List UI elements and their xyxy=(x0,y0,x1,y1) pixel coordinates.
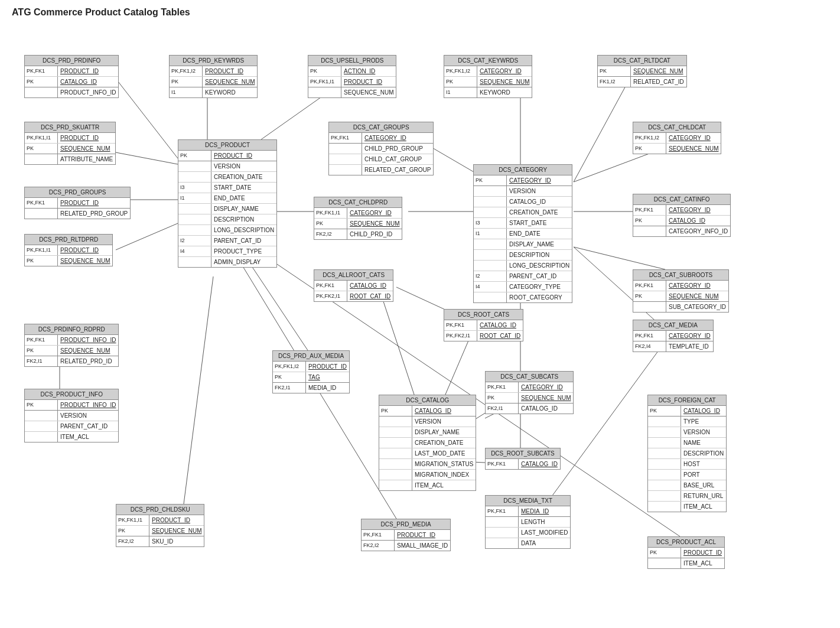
key-col: PK xyxy=(314,219,347,229)
key-col: PK,FK1,I2 xyxy=(273,362,306,372)
field-col: CATEGORY_ID xyxy=(666,205,730,215)
table-row: CREATION_DATE xyxy=(379,438,476,448)
field-col: RETURN_URL xyxy=(681,491,726,501)
table-row: SEQUENCE_NUM xyxy=(308,87,396,97)
key-col xyxy=(379,448,412,458)
field-col: VERSION xyxy=(681,427,726,437)
svg-line-16 xyxy=(574,247,665,269)
field-col: CATALOG_ID xyxy=(519,459,560,469)
table-row: I1END_DATE xyxy=(178,193,276,204)
table-dcs_prd_prdinfo: DCS_PRD_PRDINFOPK,FK1PRODUCT_IDPKCATALOG… xyxy=(24,55,119,98)
table-row: PKPRODUCT_ID xyxy=(178,151,276,161)
key-col xyxy=(178,172,211,182)
field-col: CREATION_DATE xyxy=(507,207,572,217)
field-col: SEQUENCE_NUM xyxy=(341,87,396,97)
page-title: ATG Commerce Product Catalog Tables xyxy=(0,0,840,22)
table-row: PK,FK1,I2CATEGORY_ID xyxy=(444,66,532,77)
table-dcs_root_cats: DCS_ROOT_CATSPK,FK1CATALOG_IDPK,FK2,I1RO… xyxy=(444,309,523,341)
table-title-dcs_upsell_prods: DCS_UPSELL_PRODS xyxy=(308,56,396,66)
field-col: LAST_MOD_DATE xyxy=(412,448,476,458)
table-row: CREATION_DATE xyxy=(178,172,276,183)
table-row: PK,FK1,I1PRODUCT_ID xyxy=(25,133,115,144)
table-row: FK2,I1RELATED_PRD_ID xyxy=(25,356,118,366)
key-col: PK xyxy=(379,406,412,416)
table-row: RELATED_CAT_GROUP xyxy=(329,165,433,175)
table-title-dcs_cat_catinfo: DCS_CAT_CATINFO xyxy=(633,194,730,205)
table-dcs_cat_keywrds: DCS_CAT_KEYWRDSPK,FK1,I2CATEGORY_IDPKSEQ… xyxy=(444,55,532,98)
key-col xyxy=(648,502,681,512)
key-col: PK xyxy=(633,216,666,226)
field-col: ADMIN_DISPLAY xyxy=(211,257,276,267)
field-col: SEQUENCE_NUM xyxy=(666,144,721,154)
field-col: PRODUCT_INFO_ID xyxy=(58,87,118,97)
svg-line-13 xyxy=(379,287,420,412)
field-col: SEQUENCE_NUM xyxy=(58,256,112,266)
table-row: FK2,I2SMALL_IMAGE_ID xyxy=(362,541,450,551)
table-row: PK,FK1,I1CATEGORY_ID xyxy=(314,208,402,219)
field-col: CATEGORY_TYPE xyxy=(507,282,572,292)
field-col: PRODUCT_ID xyxy=(58,66,118,76)
table-title-dcs_prd_chldsku: DCS_PRD_CHLDSKU xyxy=(116,505,204,515)
field-col: VERSION xyxy=(507,186,572,196)
table-title-dcs_prd_skuattr: DCS_PRD_SKUATTR xyxy=(25,122,115,133)
table-row: PK,FK1PRODUCT_ID xyxy=(25,198,130,209)
field-col: SEQUENCE_NUM xyxy=(58,144,115,154)
table-row: I1END_DATE xyxy=(474,229,572,239)
key-col xyxy=(379,438,412,448)
table-row: PKSEQUENCE_NUM xyxy=(633,144,721,154)
field-col: MEDIA_ID xyxy=(306,383,349,393)
table-dcs_prdinfo_rdprd: DCS_PRDINFO_RDPRDPK,FK1PRODUCT_INFO_IDPK… xyxy=(24,324,119,367)
table-row: PKACTION_ID xyxy=(308,66,396,77)
field-col: RELATED_PRD_ID xyxy=(58,356,118,366)
table-dcs_cat_chldprd: DCS_CAT_CHLDPRDPK,FK1,I1CATEGORY_IDPKSEQ… xyxy=(314,197,402,240)
table-row: PK,FK1CATALOG_ID xyxy=(314,281,393,291)
key-col: PK xyxy=(486,393,519,403)
key-col: PK,FK2,I1 xyxy=(444,331,477,341)
table-title-dcs_cat_rltdcat: DCS_CAT_RLTDCAT xyxy=(598,56,686,66)
table-row: CATEGORY_INFO_ID xyxy=(633,226,730,236)
table-row: ROOT_CATEGORY xyxy=(474,292,572,302)
key-col xyxy=(648,558,681,568)
table-row: PK,FK1CATALOG_ID xyxy=(444,320,523,331)
field-col: DISPLAY_NAME xyxy=(507,239,572,249)
table-row: PKCATALOG_ID xyxy=(25,77,118,87)
key-col xyxy=(633,226,666,236)
field-col: CATALOG_ID xyxy=(507,197,572,207)
key-col: I1 xyxy=(178,193,211,203)
key-col: PK xyxy=(25,400,58,410)
field-col: PRODUCT_ID xyxy=(58,245,112,255)
key-col: PK xyxy=(444,77,477,87)
field-col: END_DATE xyxy=(507,229,572,239)
field-col: CHILD_PRD_ID xyxy=(347,229,402,239)
field-col: LENGTH xyxy=(519,517,570,527)
table-row: PK,FK1,I1PRODUCT_ID xyxy=(25,245,112,256)
table-row: PK,FK2,I1ROOT_CAT_ID xyxy=(444,331,523,341)
table-row: PK,FK1CATEGORY_ID xyxy=(633,331,713,341)
field-col: CREATION_DATE xyxy=(211,172,276,182)
table-row: TYPE xyxy=(648,417,726,427)
field-col: CATALOG_ID xyxy=(666,216,730,226)
key-col: PK xyxy=(633,291,666,301)
field-col: SEQUENCE_NUM xyxy=(519,393,573,403)
table-row: NAME xyxy=(648,438,726,448)
table-row: FK1,I2RELATED_CAT_ID xyxy=(598,77,686,87)
key-col: I1 xyxy=(170,87,203,97)
field-col: ROOT_CAT_ID xyxy=(477,331,523,341)
key-col: PK,FK1,I1 xyxy=(25,245,58,255)
field-col: PARENT_CAT_ID xyxy=(58,421,118,431)
table-row: LAST_MODIFIED xyxy=(486,528,570,538)
key-col xyxy=(633,302,666,312)
table-row: CREATION_DATE xyxy=(474,207,572,218)
key-col: PK xyxy=(178,151,211,161)
table-row: VERSION xyxy=(379,417,476,427)
table-row: PKPRODUCT_INFO_ID xyxy=(25,400,118,411)
table-row: DATA xyxy=(486,538,570,548)
table-row: I4CATEGORY_TYPE xyxy=(474,282,572,292)
key-col: PK,FK1 xyxy=(329,133,362,143)
table-row: ITEM_ACL xyxy=(648,502,726,512)
field-col: SMALL_IMAGE_ID xyxy=(395,541,450,551)
key-col: PK,FK1 xyxy=(314,281,347,291)
field-col: BASE_URL xyxy=(681,480,726,490)
table-row: VERSION xyxy=(25,411,118,421)
key-col xyxy=(329,165,362,175)
